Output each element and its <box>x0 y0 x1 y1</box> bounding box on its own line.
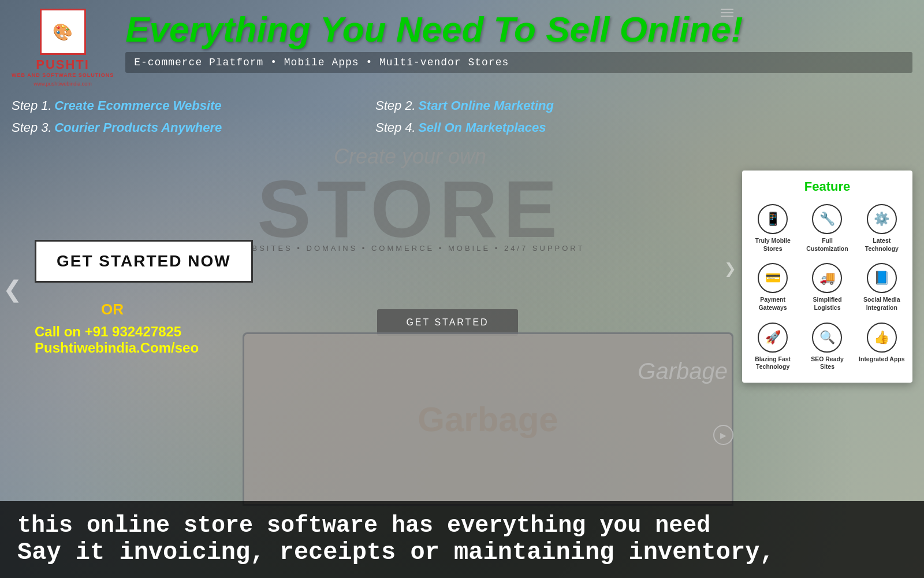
feature-item-7: 🔍SEO Ready Sites <box>802 320 852 374</box>
subtitle-text: E-commerce Platform • Mobile Apps • Mult… <box>134 57 509 68</box>
or-text: OR <box>101 301 124 318</box>
feature-item-1: 🔧Full Customization <box>802 201 852 255</box>
feature-item-8: 👍Integrated Apps <box>857 320 907 374</box>
get-started-button-label: GET STARTED NOW <box>57 252 231 270</box>
feature-icon-7: 🔍 <box>812 323 842 353</box>
logo-area: 🎨 PUSHTI WEB AND SOFTWARE SOLUTIONS www.… <box>12 9 114 87</box>
contact-info: Call on +91 932427825 Pushtiwebindia.Com… <box>35 324 199 356</box>
website-text[interactable]: Pushtiwebindia.Com/seo <box>35 340 199 356</box>
feature-label-8: Integrated Apps <box>859 355 905 364</box>
main-container: 🎨 PUSHTI WEB AND SOFTWARE SOLUTIONS www.… <box>0 0 924 578</box>
feature-item-2: ⚙️Latest Technology <box>857 201 907 255</box>
laptop-screen-content: Garbage <box>418 399 558 439</box>
nav-arrow-left[interactable]: ❮ <box>3 276 23 302</box>
feature-item-5: 📘Social Media Integration <box>857 260 907 314</box>
main-title: Everything You Need To Sell Online! <box>125 12 912 47</box>
play-button[interactable]: ▶ <box>713 425 733 445</box>
step1-label: Step 1. <box>12 98 52 113</box>
logo-box: 🎨 <box>40 9 86 55</box>
feature-item-4: 🚚Simplified Logistics <box>802 260 852 314</box>
feature-label-0: Truly Mobile Stores <box>750 237 796 253</box>
step3-label: Step 3. <box>12 120 52 135</box>
menu-icon[interactable] <box>721 9 733 17</box>
get-started-button[interactable]: GET STARTED NOW <box>35 240 253 283</box>
logo-url: www.pushtiwebindia.com <box>33 81 92 87</box>
step-4: Step 4. Sell On Marketplaces <box>375 120 705 135</box>
feature-panel-title: Feature <box>748 179 907 194</box>
nav-arrow-right[interactable]: ❯ <box>724 260 736 277</box>
feature-icon-4: 🚚 <box>812 263 842 293</box>
garbage-text: Garbage <box>638 358 728 384</box>
step-2: Step 2. Start Online Marketing <box>375 98 705 113</box>
feature-icon-0: 📱 <box>758 204 788 234</box>
center-content: Create your own STORE WEBSITES • DOMAINS… <box>92 144 728 253</box>
store-text: STORE <box>92 169 728 250</box>
feature-icon-3: 💳 <box>758 263 788 293</box>
menu-bar-2 <box>721 12 733 13</box>
step-1: Step 1. Create Ecommerce Website <box>12 98 289 113</box>
feature-label-7: SEO Ready Sites <box>804 355 850 371</box>
title-area: Everything You Need To Sell Online! E-co… <box>125 9 912 73</box>
feature-label-4: Simplified Logistics <box>804 296 850 312</box>
header: 🎨 PUSHTI WEB AND SOFTWARE SOLUTIONS www.… <box>0 0 924 95</box>
feature-label-5: Social Media Integration <box>859 296 905 312</box>
feature-icon-6: 🚀 <box>758 323 788 353</box>
feature-label-3: Payment Gateways <box>750 296 796 312</box>
steps-left: Step 1. Create Ecommerce Website Step 3.… <box>12 98 289 142</box>
logo-pushti-text: PUSHTI <box>36 57 90 72</box>
feature-icon-8: 👍 <box>867 323 897 353</box>
step4-action: Sell On Marketplaces <box>418 120 546 135</box>
feature-label-1: Full Customization <box>804 237 850 253</box>
step3-action: Courier Products Anywhere <box>54 120 222 135</box>
feature-item-6: 🚀Blazing Fast Technology <box>748 320 798 374</box>
step2-label: Step 2. <box>375 98 416 113</box>
step-3: Step 3. Courier Products Anywhere <box>12 120 289 135</box>
feature-icon-5: 📘 <box>867 263 897 293</box>
logo-icon: 🎨 <box>53 23 73 42</box>
step1-action: Create Ecommerce Website <box>54 98 221 113</box>
feature-item-0: 📱Truly Mobile Stores <box>748 201 798 255</box>
steps-right: Step 2. Start Online Marketing Step 4. S… <box>375 98 705 142</box>
step4-label: Step 4. <box>375 120 416 135</box>
feature-label-6: Blazing Fast Technology <box>750 355 796 371</box>
menu-bar-1 <box>721 9 733 10</box>
feature-icon-2: ⚙️ <box>867 204 897 234</box>
bottom-line1: this online store software has everythin… <box>17 513 907 539</box>
bottom-text-area: this online store software has everythin… <box>0 501 924 578</box>
feature-grid: 📱Truly Mobile Stores🔧Full Customization⚙… <box>748 201 907 374</box>
feature-label-2: Latest Technology <box>859 237 905 253</box>
phone-text[interactable]: Call on +91 932427825 <box>35 324 199 340</box>
bottom-line2: Say it invoicing, receipts or maintainin… <box>17 539 907 566</box>
step2-action: Start Online Marketing <box>418 98 554 113</box>
feature-item-3: 💳Payment Gateways <box>748 260 798 314</box>
subtitle-bar: E-commerce Platform • Mobile Apps • Mult… <box>125 52 912 73</box>
feature-panel: Feature 📱Truly Mobile Stores🔧Full Custom… <box>742 171 912 383</box>
logo-sub-text: WEB AND SOFTWARE SOLUTIONS <box>12 72 114 79</box>
feature-icon-1: 🔧 <box>812 204 842 234</box>
menu-bar-3 <box>721 16 733 17</box>
